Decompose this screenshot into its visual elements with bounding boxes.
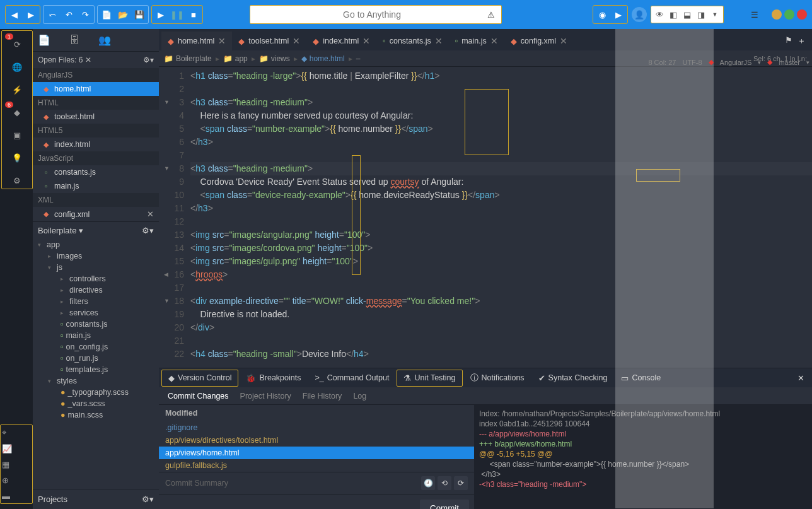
- play-icon[interactable]: ▶: [153, 6, 169, 23]
- flag-icon[interactable]: ⚑: [785, 35, 792, 47]
- tree-styles[interactable]: ▾styles: [33, 375, 159, 387]
- stop-icon[interactable]: ■: [185, 6, 202, 23]
- gear-icon[interactable]: ⚙▾: [142, 226, 154, 235]
- changed-toolset[interactable]: app/views/directives/toolset.html: [159, 434, 474, 447]
- tree-images[interactable]: ▸images: [33, 250, 159, 262]
- sub-filehist[interactable]: File History: [303, 392, 342, 401]
- diff-view[interactable]: Index: /home/nathan/Projects/Samples/Boi…: [474, 405, 812, 509]
- globe-icon[interactable]: 🌐: [8, 59, 26, 75]
- branch[interactable]: master: [779, 59, 800, 66]
- tree-services[interactable]: ▸services: [33, 307, 159, 319]
- maximize-icon[interactable]: [784, 9, 794, 20]
- revert-icon[interactable]: ⟲: [438, 476, 451, 490]
- tree-templates[interactable]: ▫templates.js: [33, 364, 159, 375]
- record-icon[interactable]: ◉: [594, 6, 610, 23]
- clock-icon[interactable]: 🕘: [421, 476, 435, 490]
- tab-ut[interactable]: ⚗ Unit Testing: [397, 370, 462, 387]
- sub-log[interactable]: Log: [353, 392, 366, 401]
- tab-cn[interactable]: ▭ Console: [615, 370, 667, 386]
- tree-directives[interactable]: ▸directives: [33, 284, 159, 296]
- cursor-pos[interactable]: 8 Col: 27: [648, 59, 676, 66]
- tree-app[interactable]: ▾app: [33, 239, 159, 250]
- close-tab-icon[interactable]: ✕: [293, 36, 300, 46]
- changed-home[interactable]: app/views/home.html: [159, 447, 474, 459]
- sync-icon[interactable]: ⟳: [8, 36, 26, 52]
- code-editor[interactable]: 1<h1 class="heading -large">{{ home.titl…: [159, 67, 812, 368]
- pause-icon[interactable]: ❚❚: [169, 6, 185, 23]
- layout-bottom-icon[interactable]: ⬓: [680, 8, 694, 21]
- file-index[interactable]: ◆index.html: [33, 137, 159, 151]
- redo-icon[interactable]: ↷: [77, 6, 93, 23]
- go-to-anything[interactable]: ⚠: [250, 5, 502, 24]
- forward-icon[interactable]: ▶: [23, 6, 39, 23]
- bulb-icon[interactable]: 💡: [8, 149, 26, 166]
- file-main[interactable]: ▫main.js: [33, 179, 159, 193]
- undo-icon[interactable]: ↶: [61, 6, 77, 23]
- terminal-icon[interactable]: ⌖: [2, 428, 31, 438]
- tree-vars[interactable]: ●_vars.scss: [33, 398, 159, 409]
- close-all-icon[interactable]: ✕: [85, 56, 91, 64]
- tree-controllers[interactable]: ▸controllers: [33, 273, 159, 284]
- gear-icon[interactable]: ⚙▾: [142, 494, 154, 504]
- tab-main[interactable]: ▫main.js✕: [449, 32, 504, 50]
- tree-onconfig[interactable]: ▫on_config.js: [33, 341, 159, 353]
- close-tab-icon[interactable]: ✕: [490, 36, 498, 46]
- back-icon[interactable]: ◀: [6, 6, 23, 23]
- search-input[interactable]: [257, 9, 487, 20]
- tab-home[interactable]: ◆home.html✕: [161, 32, 232, 50]
- tree-onrun[interactable]: ▫on_run.js: [33, 353, 159, 364]
- refresh-icon[interactable]: ⟳: [454, 476, 468, 490]
- changed-gitignore[interactable]: .gitignore: [159, 421, 474, 434]
- close-panel-icon[interactable]: ✕: [792, 371, 809, 385]
- tab-constants[interactable]: ▫constants.js✕: [376, 32, 448, 50]
- file-config[interactable]: ◆config.xml✕: [33, 207, 159, 221]
- file-constants[interactable]: ▫constants.js: [33, 165, 159, 179]
- tree-js[interactable]: ▾js: [33, 262, 159, 273]
- close-icon[interactable]: [797, 9, 807, 20]
- save-icon[interactable]: 💾: [131, 6, 148, 23]
- new-file-icon[interactable]: 📄: [98, 6, 115, 23]
- framework[interactable]: AngularJS: [720, 59, 752, 66]
- tab-co[interactable]: >_ Command Output: [308, 370, 395, 385]
- layout-right-icon[interactable]: ◨: [694, 8, 708, 21]
- layout-left-icon[interactable]: ◧: [666, 8, 680, 21]
- commit-button[interactable]: Commit: [420, 500, 469, 509]
- file-toolset[interactable]: ◆toolset.html: [33, 110, 159, 124]
- sub-commit[interactable]: Commit Changes: [168, 392, 229, 401]
- db-tab-icon[interactable]: 🗄: [69, 35, 79, 46]
- tree-mainscss[interactable]: ●main.scss: [33, 409, 159, 421]
- tab-bp[interactable]: 🐞 Breakpoints: [240, 370, 307, 386]
- file-tab-icon[interactable]: 📄: [38, 34, 50, 46]
- preview-icon[interactable]: 👁: [652, 8, 666, 21]
- tab-toolset[interactable]: ◆toolset.html✕: [232, 32, 306, 50]
- sub-projhist[interactable]: Project History: [240, 392, 291, 401]
- open-folder-icon[interactable]: 📂: [115, 6, 131, 23]
- chart-icon[interactable]: 📈: [2, 444, 31, 453]
- file-home[interactable]: ◆home.html: [33, 82, 159, 96]
- close-tab-icon[interactable]: ✕: [435, 36, 443, 46]
- tree-filters[interactable]: ▸filters: [33, 296, 159, 307]
- grid-icon[interactable]: ▦: [2, 460, 31, 469]
- tab-sc[interactable]: ✔ Syntax Checking: [532, 370, 614, 386]
- minimize-icon[interactable]: [772, 9, 782, 20]
- people-tab-icon[interactable]: 👥: [98, 34, 111, 46]
- tab-config[interactable]: ◆config.xml✕: [504, 32, 574, 50]
- chevron-down-icon[interactable]: ▼: [708, 8, 722, 21]
- last-edit-icon[interactable]: ⤺: [44, 6, 61, 23]
- bolt-icon[interactable]: ⚡: [8, 81, 26, 98]
- menu-icon[interactable]: ☰: [746, 6, 763, 23]
- book-icon[interactable]: ▬: [2, 491, 31, 501]
- world-icon[interactable]: ⊕: [2, 476, 31, 485]
- tree-typo[interactable]: ●_typography.scss: [33, 387, 159, 398]
- close-tab-icon[interactable]: ✕: [362, 36, 370, 46]
- gear-icon[interactable]: ⚙▾: [143, 56, 154, 64]
- close-tab-icon[interactable]: ✕: [560, 36, 567, 46]
- close-file-icon[interactable]: ✕: [147, 209, 154, 219]
- encoding[interactable]: UTF-8: [682, 59, 702, 66]
- tab-vc[interactable]: ◆ Version Control: [161, 370, 238, 387]
- share-icon[interactable]: ◆: [8, 104, 26, 120]
- commit-summary[interactable]: Commit Summary 🕘 ⟲ ⟳: [159, 472, 474, 494]
- user-icon[interactable]: 👤: [632, 7, 647, 22]
- panel-icon[interactable]: ▣: [8, 127, 26, 143]
- tab-no[interactable]: ⓘ Notifications: [464, 370, 531, 387]
